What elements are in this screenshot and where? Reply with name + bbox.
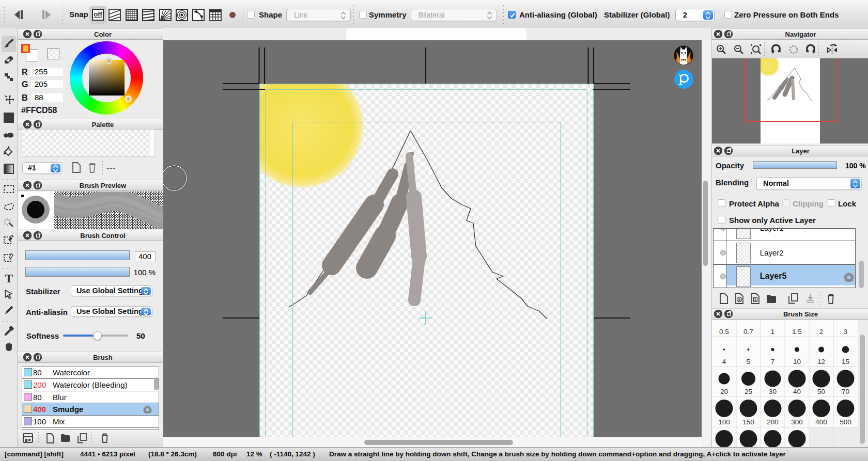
- svg-text:25: 25: [745, 388, 752, 395]
- svg-text:70: 70: [842, 388, 849, 395]
- svg-text:0.5: 0.5: [719, 328, 729, 336]
- svg-text:400: 400: [815, 418, 827, 426]
- svg-text:2: 2: [819, 328, 824, 336]
- svg-text:15: 15: [842, 358, 849, 365]
- svg-text:8: 8: [738, 297, 741, 302]
- svg-text:1: 1: [754, 297, 757, 302]
- svg-text:1.5: 1.5: [792, 328, 802, 336]
- svg-text:300: 300: [791, 418, 803, 426]
- svg-text:150: 150: [742, 418, 754, 426]
- svg-text:1: 1: [771, 328, 775, 336]
- svg-text:20: 20: [720, 388, 728, 395]
- svg-text:4: 4: [722, 358, 726, 365]
- svg-text:500: 500: [840, 418, 851, 426]
- svg-text:3: 3: [844, 328, 848, 336]
- svg-text:50: 50: [817, 388, 825, 395]
- svg-text:10: 10: [793, 358, 801, 365]
- svg-text:200: 200: [767, 418, 779, 426]
- svg-text:0.7: 0.7: [743, 328, 753, 336]
- svg-text:40: 40: [793, 388, 801, 395]
- svg-text:30: 30: [769, 388, 777, 395]
- svg-text:100: 100: [718, 418, 730, 426]
- svg-text:5: 5: [747, 358, 751, 365]
- svg-text:12: 12: [817, 358, 825, 365]
- svg-text:7: 7: [771, 358, 775, 365]
